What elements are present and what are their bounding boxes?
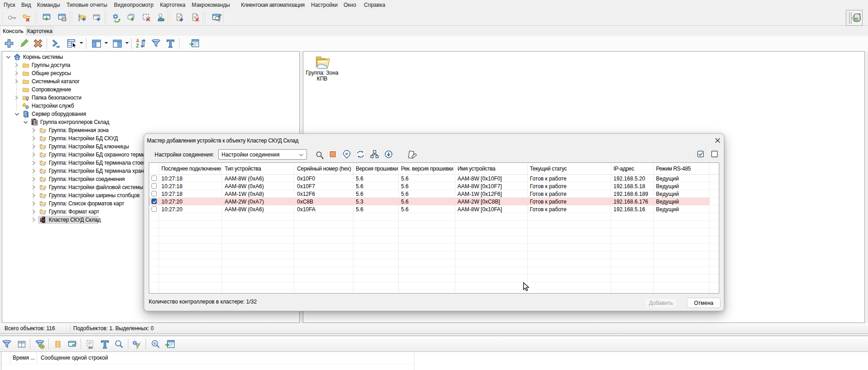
svg-text:Z: Z [136,43,139,48]
svg-text:ID: ID [153,342,156,345]
svg-text:.txt: .txt [88,346,93,349]
svg-text:IP: IP [345,152,348,155]
svg-text:A: A [136,38,139,43]
